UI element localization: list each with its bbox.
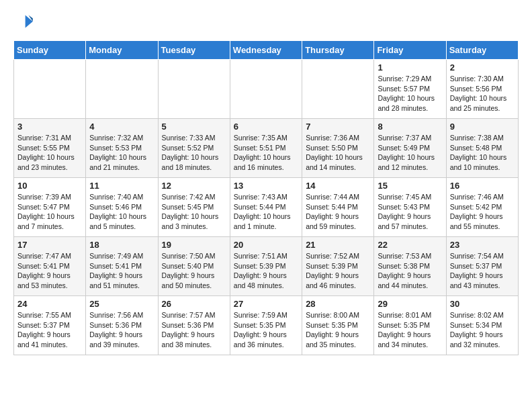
day-info: Sunrise: 7:38 AM Sunset: 5:48 PM Dayligh… — [450, 133, 515, 173]
day-number: 26 — [162, 299, 226, 309]
day-number: 20 — [234, 240, 298, 250]
day-number: 3 — [17, 122, 82, 132]
calendar-week-row: 10Sunrise: 7:39 AM Sunset: 5:47 PM Dayli… — [14, 178, 519, 237]
day-number: 29 — [378, 299, 442, 309]
day-info: Sunrise: 7:42 AM Sunset: 5:45 PM Dayligh… — [162, 192, 226, 232]
logo — [13, 11, 38, 32]
calendar-cell — [158, 60, 230, 119]
calendar-cell: 8Sunrise: 7:37 AM Sunset: 5:49 PM Daylig… — [374, 119, 446, 178]
calendar-cell: 30Sunrise: 8:02 AM Sunset: 5:34 PM Dayli… — [446, 296, 518, 355]
calendar-cell: 5Sunrise: 7:33 AM Sunset: 5:52 PM Daylig… — [158, 119, 230, 178]
day-number: 6 — [234, 122, 298, 132]
calendar-cell: 20Sunrise: 7:51 AM Sunset: 5:39 PM Dayli… — [230, 237, 302, 296]
calendar-cell: 10Sunrise: 7:39 AM Sunset: 5:47 PM Dayli… — [14, 178, 86, 237]
day-info: Sunrise: 7:33 AM Sunset: 5:52 PM Dayligh… — [162, 133, 226, 173]
calendar-cell: 7Sunrise: 7:36 AM Sunset: 5:50 PM Daylig… — [302, 119, 374, 178]
svg-marker-0 — [26, 15, 33, 28]
weekday-header: Tuesday — [158, 41, 230, 60]
weekday-header: Sunday — [14, 41, 86, 60]
day-number: 2 — [450, 62, 515, 73]
day-info: Sunrise: 7:29 AM Sunset: 5:57 PM Dayligh… — [378, 74, 442, 113]
day-number: 18 — [89, 240, 154, 250]
day-info: Sunrise: 7:52 AM Sunset: 5:39 PM Dayligh… — [306, 251, 370, 291]
calendar-cell: 22Sunrise: 7:53 AM Sunset: 5:38 PM Dayli… — [374, 237, 446, 296]
calendar-cell — [86, 60, 158, 119]
day-info: Sunrise: 7:31 AM Sunset: 5:55 PM Dayligh… — [17, 133, 82, 173]
day-info: Sunrise: 7:54 AM Sunset: 5:37 PM Dayligh… — [450, 251, 515, 291]
day-number: 4 — [89, 122, 154, 132]
calendar-cell: 23Sunrise: 7:54 AM Sunset: 5:37 PM Dayli… — [446, 237, 518, 296]
day-info: Sunrise: 7:32 AM Sunset: 5:53 PM Dayligh… — [89, 133, 154, 173]
day-info: Sunrise: 7:57 AM Sunset: 5:36 PM Dayligh… — [162, 310, 226, 350]
day-info: Sunrise: 7:50 AM Sunset: 5:40 PM Dayligh… — [162, 251, 226, 291]
day-info: Sunrise: 7:46 AM Sunset: 5:42 PM Dayligh… — [450, 192, 515, 232]
day-number: 16 — [450, 181, 515, 191]
calendar-cell — [230, 60, 302, 119]
calendar-cell — [14, 60, 86, 119]
calendar-cell: 29Sunrise: 8:01 AM Sunset: 5:35 PM Dayli… — [374, 296, 446, 355]
calendar-cell: 27Sunrise: 7:59 AM Sunset: 5:35 PM Dayli… — [230, 296, 302, 355]
calendar-cell: 21Sunrise: 7:52 AM Sunset: 5:39 PM Dayli… — [302, 237, 374, 296]
day-info: Sunrise: 7:47 AM Sunset: 5:41 PM Dayligh… — [17, 251, 82, 291]
day-info: Sunrise: 8:00 AM Sunset: 5:35 PM Dayligh… — [306, 310, 370, 350]
calendar-cell: 28Sunrise: 8:00 AM Sunset: 5:35 PM Dayli… — [302, 296, 374, 355]
day-number: 28 — [306, 299, 370, 309]
page: SundayMondayTuesdayWednesdayThursdayFrid… — [0, 0, 532, 366]
day-info: Sunrise: 7:53 AM Sunset: 5:38 PM Dayligh… — [378, 251, 442, 291]
day-number: 14 — [306, 181, 370, 191]
day-info: Sunrise: 7:37 AM Sunset: 5:49 PM Dayligh… — [378, 133, 442, 173]
day-number: 10 — [17, 181, 82, 191]
calendar-cell: 6Sunrise: 7:35 AM Sunset: 5:51 PM Daylig… — [230, 119, 302, 178]
header — [13, 11, 519, 32]
day-info: Sunrise: 7:40 AM Sunset: 5:46 PM Dayligh… — [89, 192, 154, 232]
calendar-cell: 19Sunrise: 7:50 AM Sunset: 5:40 PM Dayli… — [158, 237, 230, 296]
day-info: Sunrise: 7:56 AM Sunset: 5:36 PM Dayligh… — [89, 310, 154, 350]
calendar-cell — [302, 60, 374, 119]
day-number: 19 — [162, 240, 226, 250]
day-number: 24 — [17, 299, 82, 309]
day-info: Sunrise: 7:39 AM Sunset: 5:47 PM Dayligh… — [17, 192, 82, 232]
calendar-cell: 11Sunrise: 7:40 AM Sunset: 5:46 PM Dayli… — [86, 178, 158, 237]
calendar-week-row: 1Sunrise: 7:29 AM Sunset: 5:57 PM Daylig… — [14, 60, 519, 119]
day-info: Sunrise: 8:01 AM Sunset: 5:35 PM Dayligh… — [378, 310, 442, 350]
day-info: Sunrise: 7:30 AM Sunset: 5:56 PM Dayligh… — [450, 74, 515, 113]
day-number: 8 — [378, 122, 442, 132]
logo-icon — [13, 11, 35, 32]
day-number: 7 — [306, 122, 370, 132]
weekday-header: Monday — [86, 41, 158, 60]
day-number: 17 — [17, 240, 82, 250]
calendar-cell: 2Sunrise: 7:30 AM Sunset: 5:56 PM Daylig… — [446, 60, 518, 119]
day-info: Sunrise: 7:44 AM Sunset: 5:44 PM Dayligh… — [306, 192, 370, 232]
day-info: Sunrise: 7:35 AM Sunset: 5:51 PM Dayligh… — [234, 133, 298, 173]
calendar-cell: 25Sunrise: 7:56 AM Sunset: 5:36 PM Dayli… — [86, 296, 158, 355]
day-number: 11 — [89, 181, 154, 191]
day-number: 13 — [234, 181, 298, 191]
calendar-cell: 24Sunrise: 7:55 AM Sunset: 5:37 PM Dayli… — [14, 296, 86, 355]
calendar-cell: 15Sunrise: 7:45 AM Sunset: 5:43 PM Dayli… — [374, 178, 446, 237]
calendar-cell: 16Sunrise: 7:46 AM Sunset: 5:42 PM Dayli… — [446, 178, 518, 237]
day-number: 22 — [378, 240, 442, 250]
calendar-week-row: 17Sunrise: 7:47 AM Sunset: 5:41 PM Dayli… — [14, 237, 519, 296]
calendar: SundayMondayTuesdayWednesdayThursdayFrid… — [13, 40, 519, 355]
calendar-cell: 26Sunrise: 7:57 AM Sunset: 5:36 PM Dayli… — [158, 296, 230, 355]
calendar-cell: 12Sunrise: 7:42 AM Sunset: 5:45 PM Dayli… — [158, 178, 230, 237]
calendar-cell: 13Sunrise: 7:43 AM Sunset: 5:44 PM Dayli… — [230, 178, 302, 237]
day-info: Sunrise: 7:59 AM Sunset: 5:35 PM Dayligh… — [234, 310, 298, 350]
day-info: Sunrise: 7:51 AM Sunset: 5:39 PM Dayligh… — [234, 251, 298, 291]
day-number: 1 — [378, 62, 442, 73]
calendar-cell: 4Sunrise: 7:32 AM Sunset: 5:53 PM Daylig… — [86, 119, 158, 178]
day-info: Sunrise: 7:43 AM Sunset: 5:44 PM Dayligh… — [234, 192, 298, 232]
day-number: 21 — [306, 240, 370, 250]
weekday-header: Saturday — [446, 41, 518, 60]
calendar-week-row: 3Sunrise: 7:31 AM Sunset: 5:55 PM Daylig… — [14, 119, 519, 178]
weekday-header: Wednesday — [230, 41, 302, 60]
day-number: 30 — [450, 299, 515, 309]
day-number: 5 — [162, 122, 226, 132]
weekday-header: Thursday — [302, 41, 374, 60]
day-number: 9 — [450, 122, 515, 132]
calendar-cell: 1Sunrise: 7:29 AM Sunset: 5:57 PM Daylig… — [374, 60, 446, 119]
calendar-cell: 17Sunrise: 7:47 AM Sunset: 5:41 PM Dayli… — [14, 237, 86, 296]
calendar-cell: 14Sunrise: 7:44 AM Sunset: 5:44 PM Dayli… — [302, 178, 374, 237]
day-number: 12 — [162, 181, 226, 191]
day-number: 25 — [89, 299, 154, 309]
